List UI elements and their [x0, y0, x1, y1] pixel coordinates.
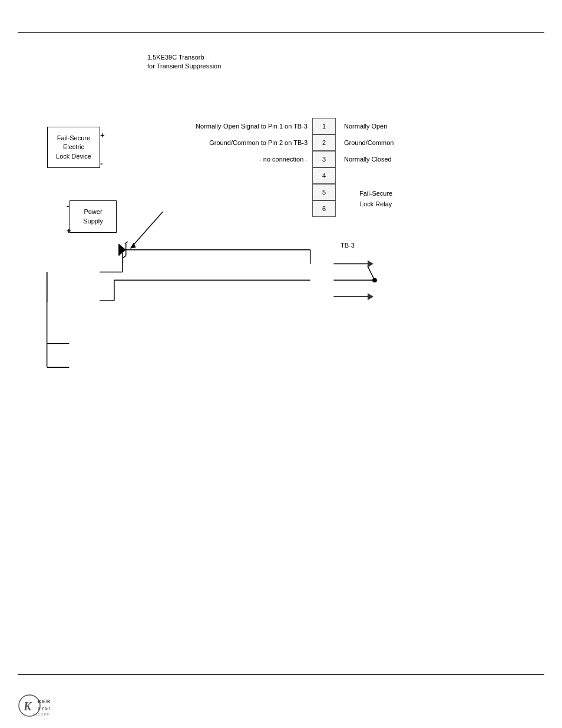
svg-text:SYSTEMS: SYSTEMS	[38, 706, 50, 710]
svg-line-5	[125, 242, 128, 244]
relay-line2: Lock Relay	[360, 200, 392, 207]
lock-device-box: Fail-SecureElectricLock Device	[47, 127, 100, 168]
top-rule	[18, 32, 544, 33]
svg-point-23	[372, 278, 377, 282]
svg-line-0	[132, 212, 163, 247]
svg-line-24	[368, 266, 375, 281]
keri-logo-svg: K KERI SYSTEMS INCORPORATED	[18, 693, 50, 719]
tb3-pin-4: 4	[312, 167, 336, 184]
tb3-pin-3: 3	[312, 151, 336, 167]
tb3-pins: 1 2 3 4 5 6	[312, 118, 336, 217]
relay-label: Fail-Secure Lock Relay	[359, 189, 392, 209]
signal-lines: Normally-Open Signal to Pin 1 on TB-3 Gr…	[112, 118, 311, 167]
logo-area: K KERI SYSTEMS INCORPORATED	[18, 693, 50, 719]
tb3-label-3: Normally Closed	[340, 151, 394, 167]
tb3-label-2: Ground/Common	[340, 134, 394, 151]
ps-minus: -	[67, 202, 69, 210]
tb3-label-1: Normally Open	[340, 118, 394, 134]
tb3-name: TB-3	[340, 242, 355, 249]
lock-device-label: Fail-SecureElectricLock Device	[56, 134, 91, 161]
tb3-pin-2: 2	[312, 134, 336, 151]
svg-text:K: K	[23, 700, 32, 713]
tb3-pin-6: 6	[312, 200, 336, 217]
transorb-line1: 1.5KE39C Transorb	[147, 54, 204, 61]
svg-text:KERI: KERI	[38, 699, 50, 704]
power-supply-box: PowerSupply	[70, 200, 117, 233]
signal-line-3: - no connection -	[112, 151, 311, 167]
diagram-area: 1.5KE39C Transorb for Transient Suppress…	[18, 41, 544, 669]
bottom-rule	[18, 674, 544, 675]
transorb-line2: for Transient Suppression	[147, 62, 221, 70]
svg-text:INCORPORATED: INCORPORATED	[33, 713, 50, 716]
tb3-pin-5: 5	[312, 184, 336, 200]
ps-plus: +	[67, 226, 71, 235]
svg-line-6	[123, 256, 126, 258]
lock-plus: +	[100, 131, 105, 140]
lock-minus: -	[100, 159, 103, 168]
tb3-label-4	[340, 167, 394, 184]
transorb-label: 1.5KE39C Transorb for Transient Suppress…	[147, 53, 221, 71]
svg-marker-1	[130, 243, 136, 249]
relay-line1: Fail-Secure	[359, 190, 392, 197]
signal-line-1: Normally-Open Signal to Pin 1 on TB-3	[112, 118, 311, 134]
svg-marker-21	[368, 261, 373, 268]
signal-line-2: Ground/Common to Pin 2 on TB-3	[112, 134, 311, 151]
svg-marker-3	[119, 244, 126, 256]
power-supply-label: PowerSupply	[83, 207, 103, 226]
svg-marker-26	[368, 293, 373, 300]
tb3-pin-1: 1	[312, 118, 336, 134]
